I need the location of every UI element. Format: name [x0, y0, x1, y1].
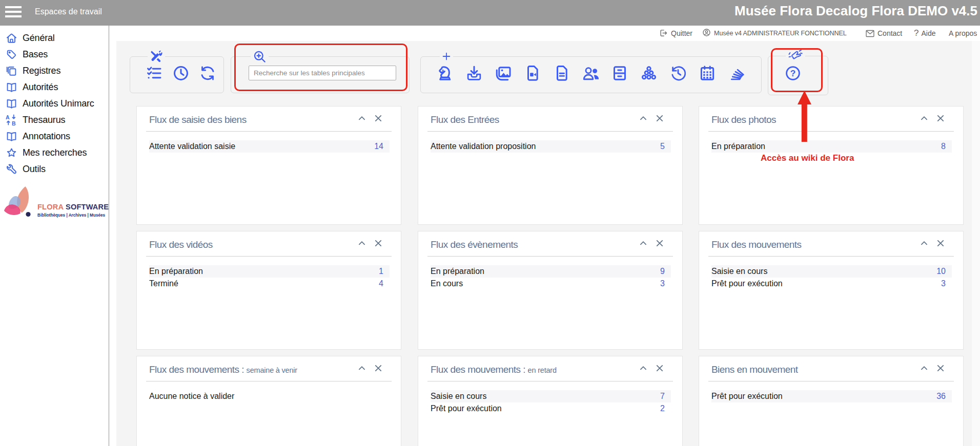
svg-text:Bibliothèques | Archives | Mus: Bibliothèques | Archives | Musées: [37, 213, 106, 218]
svg-text:B: B: [12, 120, 16, 126]
svg-text:FLORA SOFTWARE: FLORA SOFTWARE: [37, 203, 109, 211]
svg-text:A: A: [6, 114, 10, 120]
